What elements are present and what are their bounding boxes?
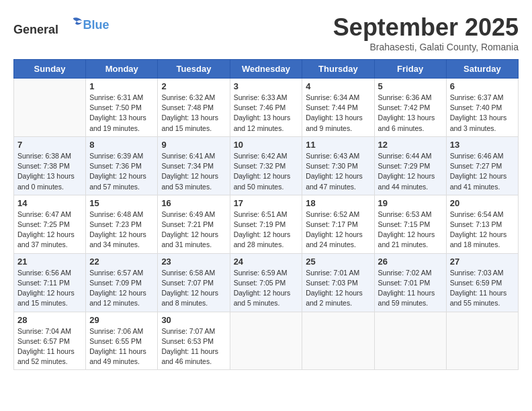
calendar-cell [302, 312, 374, 370]
calendar-cell: 7Sunrise: 6:38 AMSunset: 7:38 PMDaylight… [14, 136, 86, 195]
day-info: Sunrise: 6:38 AMSunset: 7:38 PMDaylight:… [17, 151, 82, 192]
weekday-header: Monday [86, 60, 158, 79]
calendar-cell: 23Sunrise: 6:58 AMSunset: 7:07 PMDayligh… [158, 253, 230, 312]
day-number: 25 [306, 257, 370, 267]
calendar-cell: 3Sunrise: 6:33 AMSunset: 7:46 PMDaylight… [230, 79, 302, 137]
logo-general: General [13, 23, 58, 36]
calendar-cell [374, 312, 446, 370]
weekday-header: Tuesday [158, 60, 230, 79]
day-info: Sunrise: 6:53 AMSunset: 7:15 PMDaylight:… [378, 210, 443, 250]
day-number: 15 [89, 198, 154, 208]
calendar-cell: 13Sunrise: 6:46 AMSunset: 7:27 PMDayligh… [446, 136, 518, 195]
day-number: 16 [161, 198, 226, 208]
calendar-cell: 26Sunrise: 7:02 AMSunset: 7:01 PMDayligh… [374, 253, 446, 312]
day-info: Sunrise: 6:37 AMSunset: 7:40 PMDaylight:… [450, 93, 515, 134]
calendar-cell: 12Sunrise: 6:44 AMSunset: 7:29 PMDayligh… [374, 136, 446, 195]
calendar-cell: 25Sunrise: 7:01 AMSunset: 7:03 PMDayligh… [302, 253, 374, 312]
calendar-cell: 14Sunrise: 6:47 AMSunset: 7:25 PMDayligh… [14, 195, 86, 253]
day-number: 19 [378, 198, 443, 208]
day-info: Sunrise: 7:06 AMSunset: 6:55 PMDaylight:… [89, 326, 154, 367]
day-number: 8 [89, 140, 154, 150]
day-info: Sunrise: 6:49 AMSunset: 7:21 PMDaylight:… [161, 210, 226, 250]
calendar-cell: 19Sunrise: 6:53 AMSunset: 7:15 PMDayligh… [374, 195, 446, 253]
calendar-cell: 8Sunrise: 6:39 AMSunset: 7:36 PMDaylight… [86, 136, 158, 195]
day-info: Sunrise: 7:04 AMSunset: 6:57 PMDaylight:… [17, 326, 82, 367]
logo-bird-icon [63, 13, 83, 34]
day-info: Sunrise: 6:47 AMSunset: 7:25 PMDaylight:… [17, 210, 82, 250]
day-number: 12 [378, 140, 443, 150]
day-number: 3 [234, 81, 299, 91]
day-info: Sunrise: 6:59 AMSunset: 7:05 PMDaylight:… [234, 268, 299, 309]
day-number: 24 [234, 257, 299, 267]
day-number: 18 [306, 198, 370, 208]
day-info: Sunrise: 7:01 AMSunset: 7:03 PMDaylight:… [306, 268, 370, 309]
day-number: 13 [450, 140, 515, 150]
day-number: 27 [450, 257, 515, 267]
day-info: Sunrise: 6:32 AMSunset: 7:48 PMDaylight:… [161, 93, 226, 134]
day-number: 21 [17, 257, 82, 267]
weekday-header: Wednesday [230, 60, 302, 79]
calendar-cell: 17Sunrise: 6:51 AMSunset: 7:19 PMDayligh… [230, 195, 302, 253]
calendar-week-row: 14Sunrise: 6:47 AMSunset: 7:25 PMDayligh… [14, 195, 519, 253]
calendar-week-row: 1Sunrise: 6:31 AMSunset: 7:50 PMDaylight… [14, 79, 519, 137]
calendar-cell: 2Sunrise: 6:32 AMSunset: 7:48 PMDaylight… [158, 79, 230, 137]
calendar-week-row: 21Sunrise: 6:56 AMSunset: 7:11 PMDayligh… [14, 253, 519, 312]
calendar-cell: 5Sunrise: 6:36 AMSunset: 7:42 PMDaylight… [374, 79, 446, 137]
day-number: 29 [89, 315, 154, 325]
day-info: Sunrise: 6:36 AMSunset: 7:42 PMDaylight:… [378, 93, 443, 134]
calendar-cell: 21Sunrise: 6:56 AMSunset: 7:11 PMDayligh… [14, 253, 86, 312]
day-info: Sunrise: 6:52 AMSunset: 7:17 PMDaylight:… [306, 210, 370, 250]
day-info: Sunrise: 6:48 AMSunset: 7:23 PMDaylight:… [89, 210, 154, 250]
day-info: Sunrise: 6:51 AMSunset: 7:19 PMDaylight:… [234, 210, 299, 250]
day-number: 14 [17, 198, 82, 208]
logo: General Blue [13, 13, 109, 37]
calendar-cell: 15Sunrise: 6:48 AMSunset: 7:23 PMDayligh… [86, 195, 158, 253]
day-number: 5 [378, 81, 443, 91]
day-number: 17 [234, 198, 299, 208]
calendar-cell: 30Sunrise: 7:07 AMSunset: 6:53 PMDayligh… [158, 312, 230, 370]
title-section: September 2025 Brahasesti, Galati County… [333, 13, 519, 52]
calendar-cell: 4Sunrise: 6:34 AMSunset: 7:44 PMDaylight… [302, 79, 374, 137]
day-number: 28 [17, 315, 82, 325]
calendar-cell: 29Sunrise: 7:06 AMSunset: 6:55 PMDayligh… [86, 312, 158, 370]
day-info: Sunrise: 6:43 AMSunset: 7:30 PMDaylight:… [306, 151, 370, 192]
calendar-cell: 28Sunrise: 7:04 AMSunset: 6:57 PMDayligh… [14, 312, 86, 370]
day-info: Sunrise: 7:07 AMSunset: 6:53 PMDaylight:… [161, 326, 226, 367]
month-title: September 2025 [333, 13, 519, 42]
calendar-cell: 11Sunrise: 6:43 AMSunset: 7:30 PMDayligh… [302, 136, 374, 195]
day-info: Sunrise: 6:31 AMSunset: 7:50 PMDaylight:… [89, 93, 154, 134]
calendar-cell: 20Sunrise: 6:54 AMSunset: 7:13 PMDayligh… [446, 195, 518, 253]
day-info: Sunrise: 6:34 AMSunset: 7:44 PMDaylight:… [306, 93, 370, 134]
calendar-cell: 22Sunrise: 6:57 AMSunset: 7:09 PMDayligh… [86, 253, 158, 312]
calendar-cell: 16Sunrise: 6:49 AMSunset: 7:21 PMDayligh… [158, 195, 230, 253]
day-number: 9 [161, 140, 226, 150]
day-info: Sunrise: 6:41 AMSunset: 7:34 PMDaylight:… [161, 151, 226, 192]
day-info: Sunrise: 6:39 AMSunset: 7:36 PMDaylight:… [89, 151, 154, 192]
day-number: 10 [234, 140, 299, 150]
weekday-header: Friday [374, 60, 446, 79]
calendar-cell [230, 312, 302, 370]
day-info: Sunrise: 7:02 AMSunset: 7:01 PMDaylight:… [378, 268, 443, 309]
logo-blue: Blue [83, 18, 109, 32]
calendar-cell: 27Sunrise: 7:03 AMSunset: 6:59 PMDayligh… [446, 253, 518, 312]
day-number: 26 [378, 257, 443, 267]
calendar-cell [446, 312, 518, 370]
calendar-week-row: 7Sunrise: 6:38 AMSunset: 7:38 PMDaylight… [14, 136, 519, 195]
weekday-header-row: SundayMondayTuesdayWednesdayThursdayFrid… [14, 60, 519, 79]
calendar-cell [14, 79, 86, 137]
day-number: 4 [306, 81, 370, 91]
location-subtitle: Brahasesti, Galati County, Romania [333, 42, 519, 52]
weekday-header: Sunday [14, 60, 86, 79]
day-info: Sunrise: 6:54 AMSunset: 7:13 PMDaylight:… [450, 210, 515, 250]
day-info: Sunrise: 6:33 AMSunset: 7:46 PMDaylight:… [234, 93, 299, 134]
calendar-week-row: 28Sunrise: 7:04 AMSunset: 6:57 PMDayligh… [14, 312, 519, 370]
calendar-cell: 10Sunrise: 6:42 AMSunset: 7:32 PMDayligh… [230, 136, 302, 195]
day-number: 22 [89, 257, 154, 267]
day-info: Sunrise: 7:03 AMSunset: 6:59 PMDaylight:… [450, 268, 515, 309]
weekday-header: Thursday [302, 60, 374, 79]
day-number: 1 [89, 81, 154, 91]
day-number: 6 [450, 81, 515, 91]
day-info: Sunrise: 6:44 AMSunset: 7:29 PMDaylight:… [378, 151, 443, 192]
day-number: 7 [17, 140, 82, 150]
day-number: 11 [306, 140, 370, 150]
